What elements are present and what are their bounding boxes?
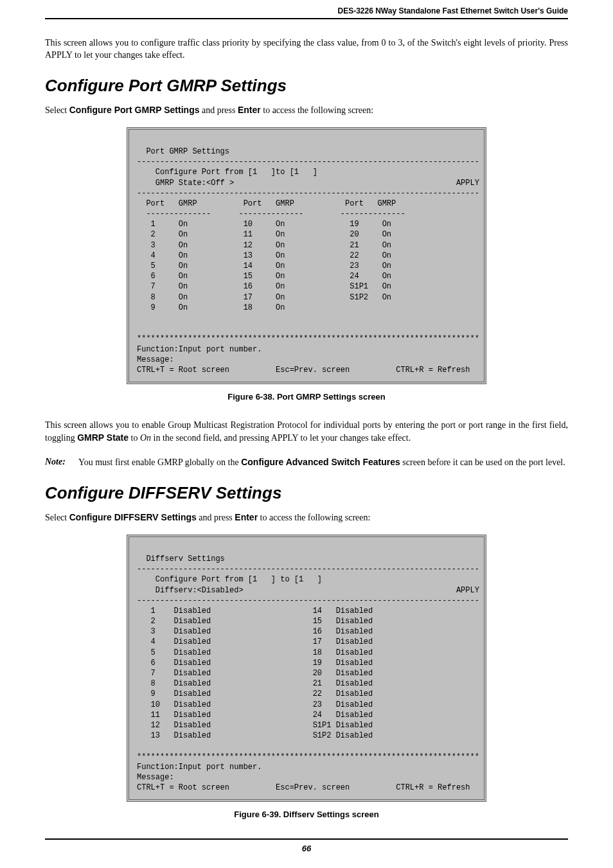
bold-text: GMRP State: [77, 432, 129, 443]
text: in the second field, and pressing APPLY …: [151, 433, 411, 443]
bold-text: Configure Port GMRP Settings: [69, 105, 200, 115]
note-block: Note: You must first enable GMRP globall…: [45, 456, 568, 469]
header-title: DES-3226 NWay Standalone Fast Ethernet S…: [337, 6, 568, 15]
text: and press: [197, 513, 235, 522]
text: and press: [199, 105, 238, 115]
bold-text: Configure DIFFSERV Settings: [69, 512, 197, 522]
italic-text: On: [140, 433, 151, 443]
select-line-diffserv: Select Configure DIFFSERV Settings and p…: [45, 512, 568, 523]
text: to: [129, 433, 140, 443]
gmrp-description: This screen allows you to enable Group M…: [45, 420, 568, 445]
text: to access the following screen:: [261, 105, 373, 115]
bold-text: Enter: [235, 512, 258, 522]
page-footer: 66: [45, 838, 568, 853]
intro-paragraph: This screen allows you to configure traf…: [45, 37, 568, 62]
select-line-gmrp: Select Configure Port GMRP Settings and …: [45, 105, 568, 116]
figure-caption-diffserv: Figure 6-39. Diffserv Settings screen: [45, 810, 568, 819]
figure-caption-gmrp: Figure 6-38. Port GMRP Settings screen: [45, 392, 568, 402]
page-number: 66: [302, 844, 311, 853]
text: to access the following screen:: [258, 513, 370, 522]
terminal-diffserv: Diffserv Settings ----------------------…: [127, 535, 486, 802]
note-label: Note:: [45, 456, 78, 469]
bold-text: Enter: [238, 105, 261, 115]
terminal-gmrp: Port GMRP Settings ---------------------…: [127, 127, 486, 384]
section-heading-diffserv: Configure DIFFSERV Settings: [45, 483, 568, 503]
text: Select: [45, 105, 69, 115]
note-body: You must first enable GMRP globally on t…: [78, 456, 568, 469]
bold-text: Configure Advanced Switch Features: [241, 457, 400, 467]
section-heading-gmrp: Configure Port GMRP Settings: [45, 76, 568, 96]
text: screen before it can be used on the port…: [400, 457, 565, 467]
page-header: DES-3226 NWay Standalone Fast Ethernet S…: [45, 0, 568, 19]
text: You must first enable GMRP globally on t…: [78, 457, 241, 467]
text: Select: [45, 513, 69, 522]
